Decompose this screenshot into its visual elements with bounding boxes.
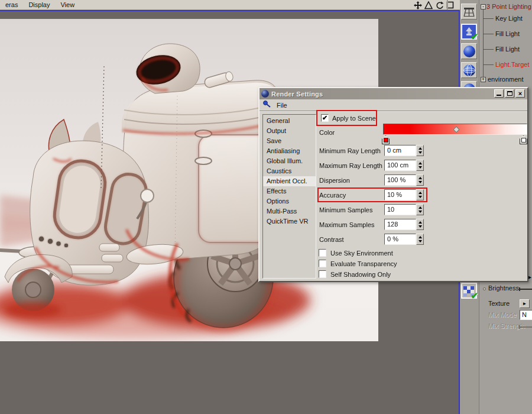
self-shadowing-only-label: Self Shadowing Only: [330, 271, 391, 278]
max-ray-length-spinner[interactable]: [416, 160, 424, 171]
render-settings-icon: [261, 90, 269, 98]
section-effects[interactable]: Effects: [263, 186, 316, 196]
minimize-button[interactable]: [494, 89, 504, 98]
panel-splitter[interactable]: [447, 0, 448, 10]
attr-label-texture: Texture: [488, 300, 510, 307]
contrast-input[interactable]: 0 %: [384, 234, 416, 245]
use-sky-environment-label: Use Sky Environment: [330, 250, 393, 257]
dispersion-spinner[interactable]: [416, 174, 424, 186]
render-settings-dialog: Render Settings × File General Output Sa…: [258, 87, 528, 282]
application-window: eras Display View ✔ ✔: [0, 0, 532, 414]
viewport-menubar: eras Display View: [0, 0, 460, 10]
pin-icon[interactable]: [262, 101, 272, 109]
max-samples-input[interactable]: 128: [384, 219, 416, 230]
gradient-left-knob[interactable]: [382, 135, 390, 144]
tree-item-environment[interactable]: environment: [488, 75, 524, 84]
gradient-knot-marker[interactable]: [453, 126, 459, 132]
section-caustics[interactable]: Caustics: [263, 166, 316, 176]
attr-label-brightness: Brightness: [488, 284, 519, 292]
self-shadowing-only-checkbox[interactable]: [319, 270, 326, 278]
tree-item-3-point-lighting[interactable]: 3 Point Lighting: [486, 2, 531, 11]
field-label-contrast: Contrast: [319, 236, 344, 243]
render-settings-section-list: General Output Save Antialiasing Global …: [262, 114, 316, 279]
scale-icon[interactable]: [424, 1, 433, 9]
tree-item-light-target[interactable]: Light.Target: [495, 60, 529, 69]
tree-line: [483, 18, 494, 19]
field-label-accuracy: Accuracy: [319, 192, 346, 199]
dialog-titlebar[interactable]: Render Settings: [259, 88, 527, 99]
contrast-spinner[interactable]: [416, 234, 424, 245]
min-ray-length-input[interactable]: 0 cm: [384, 145, 416, 156]
dialog-title: Render Settings: [271, 90, 323, 98]
mix-strength-slider[interactable]: [520, 326, 532, 328]
sphere-object-icon[interactable]: [461, 43, 477, 59]
tree-line: [483, 9, 484, 79]
accuracy-spinner[interactable]: [416, 189, 424, 200]
section-antialiasing[interactable]: Antialiasing: [263, 146, 316, 156]
menu-view[interactable]: View: [55, 0, 80, 10]
section-output[interactable]: Output: [263, 126, 316, 136]
field-label-max-ray-length: Maximum Ray Length: [319, 162, 382, 169]
field-label-dispersion: Dispersion: [319, 177, 350, 184]
section-multi-pass[interactable]: Multi-Pass: [263, 206, 316, 216]
collapse-toggle[interactable]: -: [481, 4, 486, 9]
menu-cameras[interactable]: eras: [0, 0, 23, 10]
field-label-min-ray-length: Minimum Ray Length: [319, 147, 381, 154]
tree-item-fill-light-2[interactable]: Fill Light: [495, 44, 520, 54]
section-save[interactable]: Save: [263, 136, 316, 146]
tree-line: [483, 49, 494, 50]
section-ambient-occl[interactable]: Ambient Occl.: [263, 176, 316, 186]
floor-grid-icon[interactable]: [461, 4, 477, 20]
menu-display[interactable]: Display: [23, 0, 55, 10]
section-quicktime-vr[interactable]: QuickTime VR: [263, 216, 316, 227]
min-samples-spinner[interactable]: [416, 204, 424, 215]
rotate-icon[interactable]: [435, 1, 444, 9]
dispersion-input[interactable]: 100 %: [384, 174, 416, 186]
evaluate-transparency-label: Evaluate Transparency: [330, 260, 397, 267]
light-object-icon[interactable]: ✔: [461, 24, 477, 40]
attr-label-mix-mode: Mix Mode: [488, 311, 517, 318]
viewport-active-border-top: [0, 10, 460, 11]
close-button[interactable]: ×: [515, 89, 525, 98]
accuracy-input[interactable]: 10 %: [384, 189, 416, 200]
field-label-max-samples: Maximum Samples: [319, 221, 375, 228]
maximize-button[interactable]: [505, 89, 514, 98]
min-ray-length-spinner[interactable]: [416, 145, 424, 156]
globe-object-icon[interactable]: [461, 62, 477, 78]
texture-browse-button[interactable]: ►: [520, 299, 530, 308]
min-samples-input[interactable]: 10: [384, 204, 416, 215]
section-general[interactable]: General: [263, 116, 316, 126]
field-label-min-samples: Minimum Samples: [319, 206, 372, 214]
move-icon[interactable]: [414, 1, 422, 9]
dialog-menu-file[interactable]: File: [272, 102, 292, 109]
color-label: Color: [319, 129, 335, 136]
keyframe-dot[interactable]: [483, 287, 486, 290]
use-sky-environment-checkbox[interactable]: [319, 249, 326, 257]
tree-line: [483, 34, 494, 34]
max-samples-spinner[interactable]: [416, 219, 424, 230]
section-options[interactable]: Options: [263, 196, 316, 206]
tree-item-key-light[interactable]: Key Light: [495, 14, 523, 23]
apply-to-scene-label: Apply to Scene: [332, 115, 376, 122]
brightness-slider[interactable]: [520, 289, 532, 290]
max-ray-length-input[interactable]: 100 cm: [384, 160, 416, 171]
section-global-illum[interactable]: Global Illum.: [263, 156, 316, 166]
expand-toggle[interactable]: +: [481, 77, 486, 82]
color-gradient-bar[interactable]: [383, 124, 527, 135]
texture-tag-icon[interactable]: ✔: [461, 283, 477, 299]
dialog-menubar: File: [259, 99, 527, 111]
dialog-separator: [259, 111, 527, 112]
gradient-right-knob[interactable]: [520, 135, 527, 144]
mix-mode-dropdown[interactable]: N: [520, 310, 532, 320]
tree-line: [483, 64, 494, 65]
tree-item-fill-light-1[interactable]: Fill Light: [495, 29, 520, 38]
apply-to-scene-checkbox[interactable]: ✔: [321, 114, 329, 122]
evaluate-transparency-checkbox[interactable]: [319, 260, 326, 267]
